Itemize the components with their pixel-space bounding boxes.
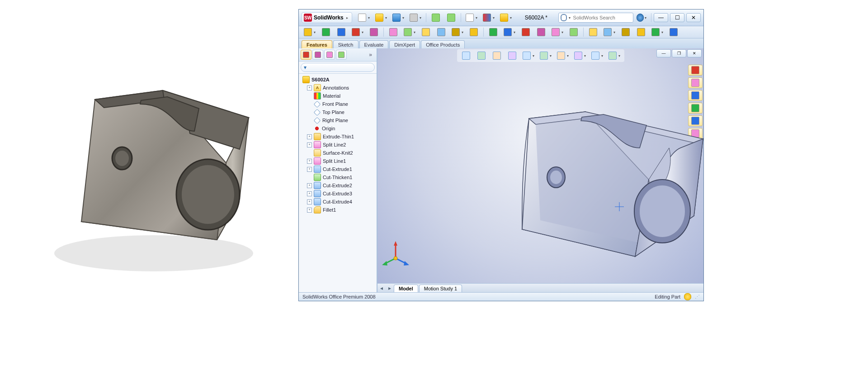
tree-item[interactable]: +Cut-Extrude4 (300, 198, 376, 206)
expand-toggle[interactable]: + (307, 167, 312, 172)
view-triad[interactable] (382, 240, 409, 267)
manager-more-button[interactable]: » (366, 52, 375, 58)
tab-evaluate[interactable]: Evaluate (359, 40, 389, 48)
open-button[interactable] (373, 12, 389, 23)
expand-toggle[interactable]: + (307, 85, 312, 90)
view-orient-button[interactable] (520, 50, 537, 61)
status-bar: SolidWorks Office Premium 2008 Editing P… (299, 292, 703, 301)
line-button[interactable] (349, 27, 366, 38)
feature-manager-tab[interactable] (301, 50, 311, 60)
model-render (468, 76, 721, 270)
zoom-fit-button[interactable] (459, 50, 473, 61)
rect-button[interactable] (367, 27, 381, 38)
dimxpert-manager-tab[interactable] (336, 50, 347, 60)
tree-item[interactable]: +Cut-Extrude1 (300, 165, 376, 173)
tree-item[interactable]: +Cut-Extrude2 (300, 181, 376, 190)
hide-show-button[interactable] (555, 50, 571, 61)
mdi-close-button[interactable]: ✕ (687, 49, 702, 57)
expand-toggle[interactable]: + (307, 191, 312, 196)
tree-item[interactable]: Right Plane (300, 116, 376, 124)
maximize-button[interactable]: ☐ (670, 13, 684, 22)
expand-toggle[interactable]: + (307, 142, 312, 147)
relation-button[interactable] (319, 27, 333, 38)
appear-button[interactable] (566, 27, 581, 38)
mate-button[interactable] (549, 27, 566, 38)
rebuild-button[interactable] (481, 12, 497, 23)
note-button[interactable] (434, 27, 448, 38)
new-button[interactable] (356, 12, 372, 23)
expand-toggle[interactable]: + (307, 134, 312, 139)
arc-button[interactable] (401, 27, 418, 38)
expand-toggle[interactable]: + (307, 199, 312, 204)
tree-item[interactable]: +Annotations (300, 84, 376, 92)
undo-button[interactable] (429, 12, 443, 23)
feature-tree[interactable]: S6002A+AnnotationsMaterial Front PlaneTo… (299, 74, 377, 293)
tab-sketch[interactable]: Sketch (333, 40, 359, 48)
bottom-tab-model[interactable]: Model (394, 285, 418, 292)
zoom-area-button[interactable] (474, 50, 489, 61)
tree-item[interactable]: +Split Line2 (300, 141, 376, 149)
tree-item[interactable]: +Extrude-Thin1 (300, 133, 376, 141)
mdi-restore-button[interactable]: ❐ (672, 49, 686, 57)
pattern-button[interactable] (467, 27, 481, 38)
bottom-tab-motion-study-1[interactable]: Motion Study 1 (419, 285, 462, 292)
expand-toggle[interactable]: + (307, 208, 312, 213)
sheet-button[interactable] (501, 27, 518, 38)
minimize-button[interactable]: — (654, 13, 668, 22)
status-help-icon[interactable] (684, 293, 691, 300)
select-button[interactable] (463, 12, 480, 23)
tree-item[interactable]: +Split Line1 (300, 157, 376, 165)
help-button[interactable]: ▾ (634, 12, 649, 23)
circle-button[interactable] (386, 27, 401, 38)
prev-view-button[interactable] (490, 50, 504, 61)
tree-root[interactable]: S6002A (300, 76, 376, 84)
search-box[interactable]: ▾ (558, 13, 633, 23)
scene-button[interactable] (589, 50, 605, 61)
spline-button[interactable] (419, 27, 433, 38)
check-button[interactable] (618, 27, 633, 38)
tab-office-products[interactable]: Office Products (421, 40, 465, 48)
tree-item[interactable]: Top Plane (300, 108, 376, 116)
tabs-scroll-right[interactable]: ▸ (386, 284, 394, 292)
ref-button[interactable] (666, 27, 681, 38)
tab-features[interactable]: Features (302, 40, 332, 48)
save-button[interactable] (390, 12, 406, 23)
print-button[interactable] (407, 12, 424, 23)
mirror-button[interactable] (486, 27, 500, 38)
taskpane-home-button[interactable] (688, 65, 703, 76)
appearance-button[interactable] (572, 50, 588, 61)
expand-toggle[interactable]: + (307, 159, 312, 164)
tab-dimxpert[interactable]: DimXpert (389, 40, 420, 48)
tabs-scroll-left[interactable]: ◂ (377, 284, 386, 292)
close-button[interactable]: ✕ (686, 13, 701, 22)
graphics-viewport[interactable]: — ❐ ✕ (377, 48, 703, 293)
display-style-button[interactable] (538, 50, 554, 61)
table-button[interactable] (449, 27, 466, 38)
section-button[interactable] (505, 50, 519, 61)
tree-item[interactable]: Front Plane (300, 100, 376, 108)
dim-button[interactable] (302, 27, 318, 38)
sketch-button[interactable] (334, 27, 349, 38)
view-settings-button[interactable] (606, 50, 623, 61)
render-button[interactable] (601, 27, 618, 38)
expand-toggle[interactable]: + (307, 183, 312, 188)
tree-item[interactable]: Material (300, 92, 376, 100)
weld-button[interactable] (519, 27, 533, 38)
tree-item[interactable]: Cut-Thicken1 (300, 173, 376, 181)
search-input[interactable] (572, 14, 632, 21)
property-manager-tab[interactable] (312, 50, 323, 60)
curve-button[interactable] (634, 27, 648, 38)
mdi-minimize-button[interactable]: — (656, 49, 671, 57)
tree-item[interactable]: +Fillet1 (300, 206, 376, 214)
tree-item[interactable]: Origin (300, 124, 376, 133)
redo-button[interactable] (444, 12, 458, 23)
scene-button[interactable] (586, 27, 600, 38)
filter-button[interactable]: ▾ (301, 63, 375, 72)
wrap-button[interactable] (649, 27, 665, 38)
configuration-manager-tab[interactable] (324, 50, 335, 60)
app-menu-button[interactable]: SW SolidWorks ▸ (302, 12, 352, 23)
geom-button[interactable] (534, 27, 548, 38)
options-button[interactable] (498, 12, 514, 23)
tree-item[interactable]: Surface-Knit2 (300, 149, 376, 157)
tree-item[interactable]: +Cut-Extrude3 (300, 190, 376, 198)
